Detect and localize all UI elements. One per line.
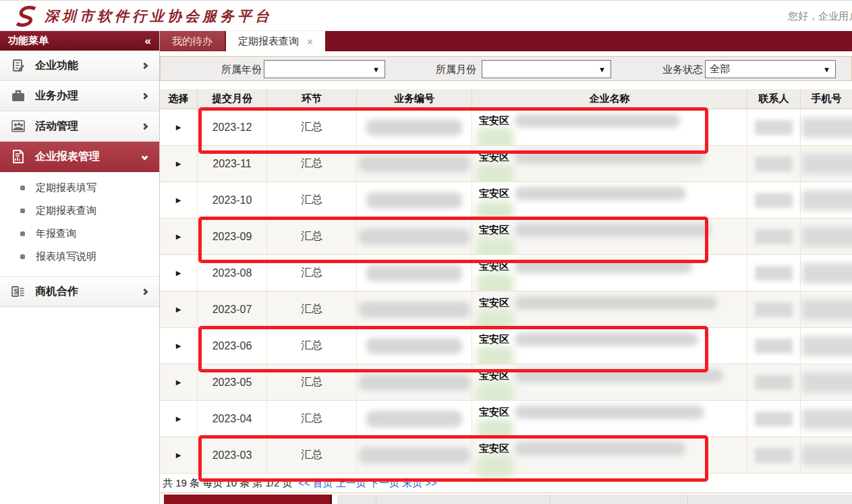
column-header-contact: 联系人 — [747, 89, 801, 109]
last-page-link[interactable]: 末页 >> — [402, 477, 437, 490]
association-logo-icon — [15, 5, 40, 28]
row-select-cell[interactable]: ▶ — [160, 255, 198, 291]
company-name-redacted — [515, 405, 704, 419]
row-stage: 汇总 — [301, 412, 322, 426]
row-select-cell[interactable]: ▶ — [160, 146, 198, 181]
sidebar-item-activity-management[interactable]: 活动管理 — [0, 111, 159, 142]
expand-row-icon[interactable]: ▶ — [176, 306, 181, 313]
first-page-link[interactable]: << 首页 — [298, 477, 333, 490]
contact-redacted — [755, 375, 793, 390]
row-company-cell: 宝安区 — [472, 219, 747, 254]
row-select-cell[interactable]: ▶ — [160, 437, 198, 473]
sidebar-item-enterprise-functions[interactable]: 企业功能 — [0, 51, 159, 81]
dropdown-caret-icon: ▼ — [372, 65, 380, 74]
expand-row-icon[interactable]: ▶ — [176, 160, 181, 167]
row-business-no-cell — [357, 255, 472, 291]
submenu-item-periodic-report-fill[interactable]: 定期报表填写 — [0, 176, 159, 199]
row-business-no-cell — [357, 109, 472, 145]
expand-row-icon[interactable]: ▶ — [176, 269, 181, 277]
row-contact-cell — [747, 437, 801, 473]
contact-redacted — [755, 266, 793, 281]
submenu-item-report-fill-instructions[interactable]: 报表填写说明 — [0, 245, 159, 268]
divider — [687, 495, 688, 504]
contact-redacted — [755, 229, 793, 244]
row-select-cell[interactable]: ▶ — [160, 364, 198, 400]
submenu-item-label: 年报查询 — [36, 227, 76, 240]
sidebar: 功能菜单 « 企业功能 业务办理 活动管理 企业报表管理 定期报表填写 — [0, 31, 160, 504]
row-business-no-cell — [357, 219, 472, 254]
expand-row-icon[interactable]: ▶ — [176, 451, 181, 459]
sidebar-item-label: 活动管理 — [35, 119, 142, 134]
row-stage-cell: 汇总 — [267, 364, 357, 400]
tab-my-todo[interactable]: 我的待办 — [160, 31, 225, 51]
company-name-redacted — [515, 442, 685, 455]
row-select-cell[interactable]: ▶ — [160, 219, 198, 254]
business-no-redacted — [359, 156, 470, 172]
tab-label: 定期报表查询 — [238, 35, 299, 48]
row-month: 2023-03 — [212, 449, 252, 461]
row-company-cell: 宝安区 — [472, 401, 747, 437]
company-district: 宝安区 — [479, 406, 509, 419]
expand-row-icon[interactable]: ▶ — [176, 123, 181, 131]
row-company-cell: 宝安区 — [472, 146, 747, 181]
table-row: ▶ 2023-05 汇总 宝安区 — [160, 364, 852, 401]
people-group-icon — [9, 117, 27, 135]
row-company-cell: 宝安区 — [472, 291, 747, 327]
sidebar-item-business-handling[interactable]: 业务办理 — [0, 81, 159, 111]
prev-page-link[interactable]: 上一页 — [336, 477, 366, 490]
row-select-cell[interactable]: ▶ — [160, 109, 198, 145]
title-bar: 深圳市软件行业协会服务平台 您好，企业用户 — [0, 0, 852, 31]
row-select-cell[interactable]: ▶ — [160, 328, 198, 364]
submenu-item-periodic-report-query[interactable]: 定期报表查询 — [0, 199, 159, 222]
submenu-item-label: 定期报表查询 — [36, 204, 96, 217]
row-phone-cell — [801, 219, 852, 254]
row-month: 2023-04 — [212, 413, 252, 425]
month-filter-select[interactable]: ▼ — [482, 60, 611, 78]
row-phone-cell — [801, 364, 852, 400]
sidebar-item-label: 商机合作 — [35, 285, 142, 299]
row-select-cell[interactable]: ▶ — [160, 291, 198, 327]
row-month: 2023-07 — [212, 304, 252, 316]
company-district: 宝安区 — [479, 224, 509, 237]
business-no-redacted — [359, 229, 470, 245]
row-contact-cell — [747, 182, 801, 218]
close-tab-icon[interactable]: × — [307, 36, 313, 47]
collapse-sidebar-icon[interactable]: « — [145, 34, 151, 48]
row-business-no-cell — [357, 364, 472, 400]
column-header-phone: 手机号 — [801, 89, 852, 109]
row-month: 2023-05 — [212, 376, 252, 389]
company-district: 宝安区 — [479, 151, 509, 164]
company-district: 宝安区 — [479, 297, 509, 310]
row-select-cell[interactable]: ▶ — [160, 182, 198, 218]
business-no-redacted — [359, 374, 470, 391]
company-name-redacted — [515, 333, 698, 346]
sidebar-item-business-cooperation[interactable]: $ 商机合作 — [0, 277, 159, 307]
phone-redacted — [802, 372, 852, 393]
divider — [376, 495, 376, 504]
expand-row-icon[interactable]: ▶ — [176, 233, 181, 240]
sidebar-item-enterprise-reports[interactable]: 企业报表管理 — [0, 142, 159, 172]
column-header-stage: 环节 — [267, 89, 357, 109]
submenu-item-annual-report-query[interactable]: 年报查询 — [0, 222, 159, 245]
row-company-cell: 宝安区 — [472, 182, 747, 218]
row-phone-cell — [801, 328, 852, 364]
row-business-no-cell — [357, 182, 472, 218]
row-company-cell: 宝安区 — [472, 109, 747, 145]
tab-periodic-report-query[interactable]: 定期报表查询 × — [226, 31, 325, 51]
row-month-cell: 2023-03 — [198, 437, 267, 473]
status-filter-select[interactable]: 全部 ▼ — [705, 60, 836, 78]
expand-row-icon[interactable]: ▶ — [176, 379, 181, 386]
next-page-link[interactable]: 下一页 — [369, 477, 399, 490]
expand-row-icon[interactable]: ▶ — [176, 415, 181, 422]
expand-row-icon[interactable]: ▶ — [176, 342, 181, 349]
phone-redacted — [802, 227, 852, 247]
row-stage-cell: 汇总 — [267, 328, 357, 364]
business-no-redacted — [366, 119, 462, 136]
bullet-icon — [20, 231, 25, 236]
row-select-cell[interactable]: ▶ — [160, 401, 198, 437]
year-filter-select[interactable]: ▼ — [264, 60, 385, 78]
status-filter-label: 业务状态 — [650, 63, 703, 76]
column-header-select: 选择 — [160, 89, 198, 109]
expand-row-icon[interactable]: ▶ — [176, 196, 181, 204]
row-month-cell: 2023-08 — [198, 255, 267, 291]
